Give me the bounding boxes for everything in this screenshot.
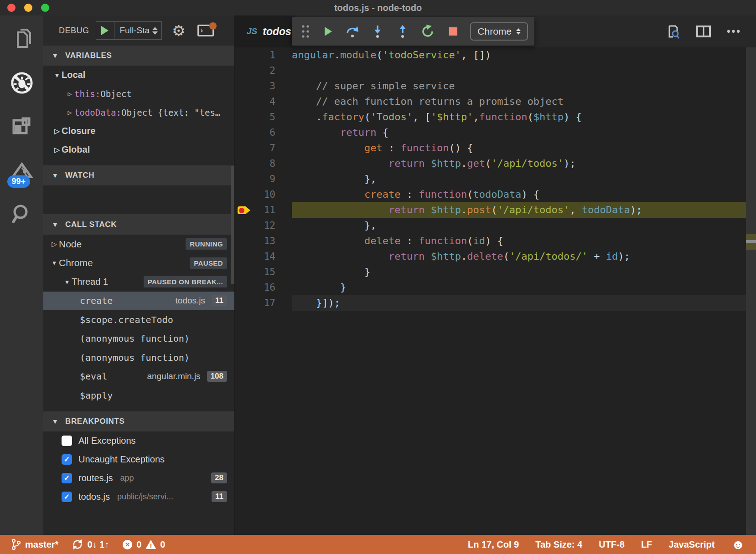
- code-line[interactable]: 14 return $http.delete('/api/todos/' + i…: [235, 249, 756, 264]
- call-stack-row[interactable]: $scope.createTodo: [43, 310, 234, 329]
- call-stack-row[interactable]: $evalangular.min.js108: [43, 367, 234, 386]
- configure-gear-icon[interactable]: ⚙: [172, 23, 186, 38]
- breakpoints-section-header[interactable]: ▾ BREAKPOINTS: [43, 411, 234, 431]
- code-gutter[interactable]: 1: [235, 47, 292, 63]
- call-stack-row[interactable]: ▷NodeRUNNING: [43, 235, 234, 254]
- feedback-smiley-icon[interactable]: ☻: [731, 538, 745, 551]
- stop-icon[interactable]: [442, 21, 464, 42]
- debug-console-icon[interactable]: ›: [197, 25, 214, 36]
- extensions-icon[interactable]: [10, 115, 34, 138]
- breakpoint-slot[interactable]: [235, 249, 251, 264]
- launch-config-select[interactable]: Full-Sta: [114, 26, 151, 36]
- code-line[interactable]: 8 return $http.get('/api/todos');: [235, 156, 756, 171]
- git-branch-status[interactable]: master*: [11, 539, 58, 550]
- breakpoint-checkbox[interactable]: ✓: [62, 473, 72, 483]
- breakpoint-checkbox[interactable]: ✓: [62, 454, 72, 465]
- breakpoint-slot[interactable]: [235, 280, 251, 295]
- code-line[interactable]: 6 return {: [235, 125, 756, 140]
- code-gutter[interactable]: 8: [235, 156, 292, 171]
- explorer-icon[interactable]: [10, 27, 34, 51]
- breakpoint-slot[interactable]: [235, 47, 251, 63]
- breakpoint-row[interactable]: All Exceptions: [43, 431, 234, 450]
- continue-icon[interactable]: [316, 21, 338, 42]
- toolbar-drag-handle[interactable]: [298, 21, 313, 42]
- code-line[interactable]: 10 create : function(todoData) {: [235, 187, 756, 202]
- start-debug-button[interactable]: [96, 22, 114, 39]
- code-line[interactable]: 9 },: [235, 171, 756, 187]
- code-gutter[interactable]: 15: [235, 264, 292, 280]
- split-editor-icon[interactable]: [696, 25, 711, 38]
- variable-row[interactable]: ▷todoData: Object {text: "tes…: [43, 103, 234, 122]
- code-line[interactable]: 1angular.module('todoService', []): [235, 47, 756, 63]
- code-gutter[interactable]: 14: [235, 249, 292, 264]
- breakpoint-checkbox[interactable]: ✓: [62, 492, 72, 502]
- variable-row[interactable]: ▷Closure: [43, 122, 234, 140]
- code-line[interactable]: 4 // each function returns a promise obj…: [235, 94, 756, 109]
- code-line[interactable]: 12 },: [235, 218, 756, 233]
- status-item-3[interactable]: LF: [641, 539, 652, 550]
- tab-todos-js[interactable]: JS todos: [235, 15, 295, 47]
- breakpoint-slot[interactable]: [235, 202, 251, 218]
- breakpoint-checkbox[interactable]: [62, 436, 72, 446]
- breakpoint-slot[interactable]: [235, 109, 251, 125]
- call-stack-row[interactable]: ▾ChromePAUSED: [43, 254, 234, 273]
- sync-status[interactable]: 0↓ 1↑: [72, 539, 109, 550]
- code-gutter[interactable]: 2: [235, 63, 292, 78]
- restart-icon[interactable]: [417, 21, 439, 42]
- status-item-1[interactable]: Tab Size: 4: [535, 539, 582, 550]
- call-stack-row[interactable]: (anonymous function): [43, 329, 234, 349]
- sidebar-scrollbar[interactable]: [231, 166, 234, 284]
- find-in-file-icon[interactable]: [666, 24, 680, 39]
- code-line[interactable]: 15 }: [235, 264, 756, 280]
- breakpoint-slot[interactable]: [235, 187, 251, 202]
- breakpoint-slot[interactable]: [235, 125, 251, 140]
- step-into-icon[interactable]: [367, 21, 388, 42]
- code-gutter[interactable]: 16: [235, 280, 292, 295]
- call-stack-row[interactable]: (anonymous function): [43, 348, 234, 367]
- code-gutter[interactable]: 13: [235, 233, 292, 249]
- code-gutter[interactable]: 17: [235, 295, 292, 311]
- code-line[interactable]: 16 }: [235, 280, 756, 295]
- status-item-2[interactable]: UTF-8: [599, 539, 625, 550]
- code-gutter[interactable]: 12: [235, 218, 292, 233]
- breakpoint-slot[interactable]: [235, 78, 251, 94]
- breakpoint-slot[interactable]: [235, 171, 251, 187]
- breakpoint-row[interactable]: ✓todos.jspublic/js/servi...11: [43, 487, 234, 506]
- breakpoint-row[interactable]: ✓Uncaught Exceptions: [43, 450, 234, 469]
- status-item-0[interactable]: Ln 17, Col 9: [468, 539, 519, 550]
- code-gutter[interactable]: 5: [235, 109, 292, 125]
- watch-section-header[interactable]: ▾ WATCH: [43, 165, 234, 185]
- variable-row[interactable]: ▷Global: [43, 140, 234, 159]
- more-actions-icon[interactable]: •••: [727, 26, 741, 37]
- search-icon[interactable]: [10, 202, 34, 226]
- breakpoint-slot[interactable]: [235, 233, 251, 249]
- code-gutter[interactable]: 3: [235, 78, 292, 94]
- breakpoint-slot[interactable]: [235, 94, 251, 109]
- variables-section-header[interactable]: ▾ VARIABLES: [43, 46, 234, 66]
- code-line[interactable]: 11 return $http.post('/api/todos', todoD…: [235, 202, 756, 218]
- breakpoint-slot[interactable]: [235, 295, 251, 311]
- call-stack-row[interactable]: ▾Thread 1PAUSED ON BREAK...: [43, 272, 234, 292]
- debug-icon[interactable]: [10, 71, 34, 95]
- step-out-icon[interactable]: [392, 21, 414, 42]
- code-area[interactable]: 1angular.module('todoService', [])23 // …: [235, 47, 756, 535]
- code-gutter[interactable]: 4: [235, 94, 292, 109]
- code-gutter[interactable]: 9: [235, 171, 292, 187]
- breakpoint-slot[interactable]: [235, 218, 251, 233]
- code-line[interactable]: 13 delete : function(id) {: [235, 233, 756, 249]
- status-item-4[interactable]: JavaScript: [668, 539, 715, 550]
- problems-status[interactable]: ✕ 0 ! 0: [123, 539, 165, 550]
- variable-row[interactable]: ▾Local: [43, 66, 234, 84]
- breakpoint-slot[interactable]: [235, 156, 251, 171]
- call-stack-row[interactable]: $apply: [43, 386, 234, 405]
- call-stack-section-header[interactable]: ▾ CALL STACK: [43, 214, 234, 235]
- variable-row[interactable]: ▷this: Object: [43, 84, 234, 103]
- breakpoint-slot[interactable]: [235, 63, 251, 78]
- step-over-icon[interactable]: [342, 21, 363, 42]
- code-line[interactable]: 3 // super simple service: [235, 78, 756, 94]
- code-line[interactable]: 2: [235, 63, 756, 78]
- source-control-icon[interactable]: 99+: [10, 159, 34, 182]
- code-gutter[interactable]: 6: [235, 125, 292, 140]
- code-gutter[interactable]: 11: [235, 202, 292, 218]
- call-stack-row[interactable]: createtodos.js11: [43, 292, 234, 311]
